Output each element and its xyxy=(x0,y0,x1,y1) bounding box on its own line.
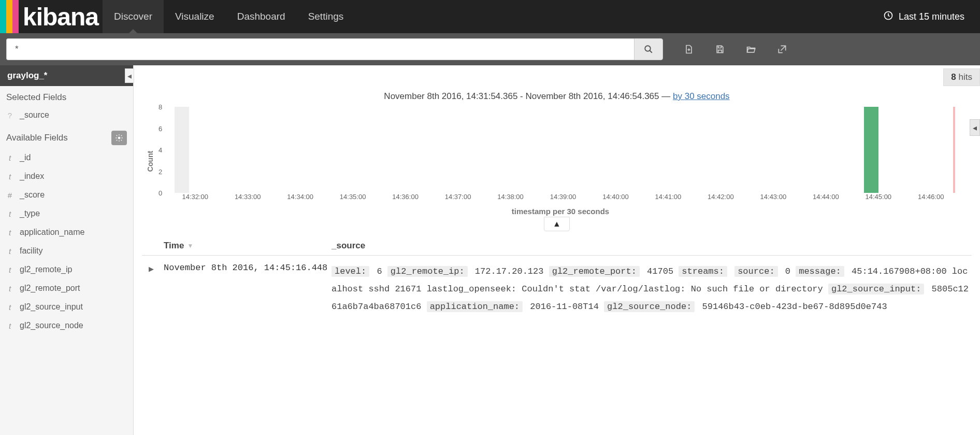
new-search-button[interactable] xyxy=(673,38,704,60)
open-search-button[interactable] xyxy=(736,38,767,60)
field-item-gl2-remote-port[interactable]: tgl2_remote_port xyxy=(0,279,133,298)
field-name: facility xyxy=(20,246,42,256)
collapse-panel-button[interactable]: ◂ xyxy=(970,119,980,136)
table-header: Time ▼ _source xyxy=(142,236,972,256)
search-input[interactable] xyxy=(6,38,634,60)
source-key: source: xyxy=(734,266,777,277)
available-fields-title: Available Fields xyxy=(0,124,133,148)
field-name: gl2_source_node xyxy=(20,321,83,330)
field-item-gl2-source-input[interactable]: tgl2_source_input xyxy=(0,298,133,316)
ytick: 2 xyxy=(158,167,162,175)
source-key: gl2_source_input: xyxy=(828,284,924,294)
source-key: gl2_source_node: xyxy=(604,301,695,312)
field-name: _source xyxy=(20,110,49,120)
field-item-source[interactable]: ? _source xyxy=(0,106,133,124)
field-type-icon: t xyxy=(6,209,13,218)
tab-visualize[interactable]: Visualize xyxy=(164,0,226,33)
xtick: 14:45:00 xyxy=(865,193,891,201)
column-source[interactable]: _source xyxy=(332,241,972,251)
xtick: 14:46:00 xyxy=(918,193,944,201)
field-settings-button[interactable] xyxy=(111,131,127,145)
tab-settings[interactable]: Settings xyxy=(297,0,355,33)
hits-count: 8 xyxy=(951,72,956,82)
search-button[interactable] xyxy=(634,38,663,60)
chart-xlabel: timestamp per 30 seconds xyxy=(154,207,967,216)
share-icon xyxy=(777,44,787,54)
xtick: 14:34:00 xyxy=(287,193,313,201)
field-type-icon: t xyxy=(6,228,13,237)
sort-desc-icon: ▼ xyxy=(187,242,193,249)
field-type-icon: ? xyxy=(6,111,13,120)
available-fields-list: t_idt_index#_scoret_typetapplication_nam… xyxy=(0,148,133,335)
file-plus-icon xyxy=(684,44,694,54)
range-from: November 8th 2016, 14:31:54.365 xyxy=(384,91,517,101)
field-item-application-name[interactable]: tapplication_name xyxy=(0,223,133,242)
field-name: _type xyxy=(20,209,40,218)
field-type-icon: t xyxy=(6,172,13,181)
source-key: streams: xyxy=(679,266,727,277)
interval-link[interactable]: by 30 seconds xyxy=(673,91,730,101)
chart-ylabel: Count xyxy=(146,151,154,172)
source-key: gl2_remote_port: xyxy=(549,266,640,277)
field-type-icon: # xyxy=(6,191,13,200)
index-pattern-label: graylog_* xyxy=(7,71,47,80)
field-type-icon: t xyxy=(6,303,13,312)
xtick: 14:37:00 xyxy=(445,193,471,201)
field-item--id[interactable]: t_id xyxy=(0,148,133,167)
field-type-icon: t xyxy=(6,284,13,293)
field-item--score[interactable]: #_score xyxy=(0,186,133,204)
xtick: 14:36:00 xyxy=(392,193,419,201)
xtick: 14:40:00 xyxy=(602,193,629,201)
source-key: application_name: xyxy=(427,301,523,312)
field-name: _id xyxy=(20,153,31,162)
collapse-sidebar-button[interactable]: ◂ xyxy=(125,68,134,83)
field-name: gl2_remote_port xyxy=(20,284,80,293)
field-type-icon: t xyxy=(6,247,13,256)
time-picker[interactable]: Last 15 minutes xyxy=(883,0,980,33)
field-item-facility[interactable]: tfacility xyxy=(0,242,133,260)
save-search-button[interactable] xyxy=(704,38,736,60)
xtick: 14:41:00 xyxy=(655,193,682,201)
index-pattern-selector[interactable]: graylog_* xyxy=(0,65,133,86)
search-bar xyxy=(0,33,980,65)
tab-dashboard[interactable]: Dashboard xyxy=(226,0,297,33)
save-icon xyxy=(715,44,725,54)
field-type-icon: t xyxy=(6,153,13,162)
time-range-text: November 8th 2016, 14:31:54.365 - Novemb… xyxy=(134,65,980,107)
tab-discover[interactable]: Discover xyxy=(103,0,164,33)
histogram-chart[interactable]: Count 02468 14:32:0014:33:0014:34:0014:3… xyxy=(154,107,967,216)
column-time[interactable]: Time ▼ xyxy=(161,241,332,251)
field-name: _score xyxy=(20,190,45,200)
histogram-bar[interactable] xyxy=(953,107,955,193)
field-name: gl2_remote_ip xyxy=(20,265,72,274)
field-item-gl2-source-node[interactable]: tgl2_source_node xyxy=(0,316,133,335)
svg-point-2 xyxy=(118,137,120,139)
field-item-gl2-remote-ip[interactable]: tgl2_remote_ip xyxy=(0,260,133,279)
xtick: 14:35:00 xyxy=(340,193,366,201)
share-button[interactable] xyxy=(767,38,798,60)
ytick: 0 xyxy=(158,189,162,197)
field-type-icon: t xyxy=(6,265,13,274)
field-name: gl2_source_input xyxy=(20,302,83,312)
xtick: 14:38:00 xyxy=(497,193,524,201)
field-name: _index xyxy=(20,172,44,181)
expand-row-button[interactable]: ▶ xyxy=(142,263,161,316)
sidebar: graylog_* ◂ Selected Fields ? _source Av… xyxy=(0,65,134,435)
cell-time: November 8th 2016, 14:45:16.448 xyxy=(161,263,332,316)
field-item--type[interactable]: t_type xyxy=(0,204,133,223)
field-type-icon: t xyxy=(6,321,13,330)
hits-label: hits xyxy=(959,72,972,82)
field-item--index[interactable]: t_index xyxy=(0,167,133,186)
ytick: 6 xyxy=(158,124,162,132)
xtick: 14:43:00 xyxy=(760,193,787,201)
svg-point-1 xyxy=(645,46,651,51)
xtick: 14:33:00 xyxy=(235,193,261,201)
clock-icon xyxy=(883,10,893,23)
folder-open-icon xyxy=(746,44,756,54)
gear-icon xyxy=(115,134,123,142)
chart-plot-area: 02468 xyxy=(169,107,957,193)
histogram-bar[interactable] xyxy=(175,107,189,193)
histogram-bar[interactable] xyxy=(864,107,878,193)
collapse-chart-button[interactable]: ▲ xyxy=(544,217,570,231)
xtick: 14:39:00 xyxy=(550,193,577,201)
